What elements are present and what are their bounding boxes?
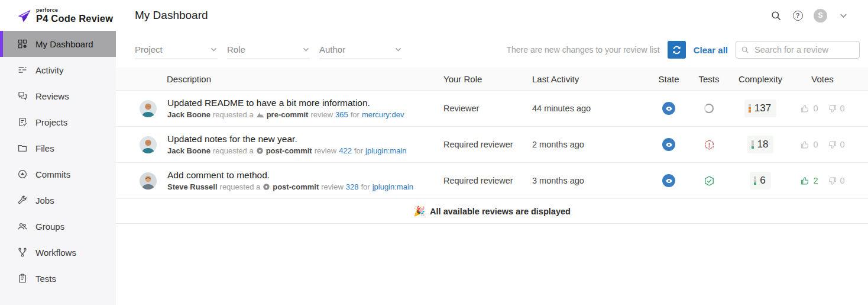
author-filter-label: Author [319,44,345,54]
review-title-link[interactable]: Updated notes for the new year. [167,134,406,145]
post-commit-icon [256,147,264,155]
requested-text: requested a [213,110,254,119]
complexity-badge: 18 [747,136,774,153]
state-cell [650,174,687,187]
description-text: Updated notes for the new year. Jack Boo… [167,134,406,155]
brand-name: P4 Code Review [36,14,113,24]
review-word: review [310,110,333,119]
sidebar-item-projects[interactable]: Projects [0,109,116,135]
sidebar-item-my-dashboard[interactable]: My Dashboard [0,31,116,57]
sidebar-item-label: Workflows [35,248,76,258]
review-id-link[interactable]: 328 [346,182,359,191]
header-votes: Votes [790,74,855,84]
review-search [736,41,860,59]
vote-up-count: 0 [813,140,818,149]
thumbs-up-icon [800,104,810,114]
sidebar: My Dashboard Activity Reviews Projects F… [0,31,116,305]
vote-up: 0 [800,104,818,114]
sidebar-item-commits[interactable]: Commits [0,161,116,187]
review-subline: Jack Boone requested a pre-commit review… [167,110,404,119]
jobs-icon [17,195,28,206]
sidebar-item-reviews[interactable]: Reviews [0,83,116,109]
state-cell [650,138,687,151]
vote-down: 0 [827,104,845,114]
sidebar-item-label: Activity [35,65,64,75]
description-text: Add comment to method. Steve Russell req… [167,170,413,191]
votes-cell: 2 0 [790,176,855,186]
review-author: Steve Russell [167,182,218,191]
topbar: perforce P4 Code Review My Dashboard ? S [0,0,868,31]
commit-type-label: post-commit [273,182,319,191]
review-id-link[interactable]: 365 [335,110,348,119]
complexity-badge: 137 [744,99,776,117]
help-icon[interactable]: ? [792,9,804,21]
sidebar-item-label: Projects [35,117,67,127]
sidebar-item-tests[interactable]: Tests [0,265,116,291]
chevron-down-icon [302,46,310,53]
chevron-down-icon [394,46,402,53]
commit-type-icon [263,183,270,191]
avatar [140,136,157,153]
sidebar-item-workflows[interactable]: Workflows [0,239,116,265]
needs-review-eye-icon [662,102,675,115]
sidebar-item-groups[interactable]: Groups [0,213,116,239]
votes-cell: 0 0 [790,104,855,114]
sidebar-item-label: Commits [35,169,70,179]
user-avatar[interactable]: S [814,9,827,23]
your-role-cell: Required reviewer [443,176,532,185]
complexity-badge: 6 [750,172,770,190]
complexity-cell: 137 [731,99,790,117]
state-cell [650,102,687,115]
clear-all-link[interactable]: Clear all [694,45,728,55]
tests-failed-icon [704,139,715,150]
requested-text: requested a [213,146,254,155]
project-filter-dropdown[interactable]: Project [135,44,218,59]
your-role-cell: Required reviewer [443,140,532,149]
complexity-value: 137 [754,102,771,114]
role-filter-dropdown[interactable]: Role [227,44,310,59]
review-title-link[interactable]: Add comment to method. [167,170,413,181]
review-id-link[interactable]: 422 [339,146,352,155]
refresh-button[interactable] [668,41,686,59]
complexity-meter-icon [752,140,754,149]
table-header-row: Description Your Role Last Activity Stat… [116,68,868,91]
brand-logo[interactable]: perforce P4 Code Review [0,7,116,24]
review-target-link[interactable]: mercury:dev [362,110,404,119]
vote-up: 0 [800,140,818,150]
sidebar-item-files[interactable]: Files [0,135,116,161]
complexity-value: 6 [760,175,765,187]
chevron-down-icon[interactable] [837,9,849,21]
table-row[interactable]: Updated notes for the new year. Jack Boo… [116,127,868,163]
tests-cell [687,175,731,187]
last-activity-cell: 3 months ago [532,176,650,185]
search-icon[interactable] [770,9,782,21]
activity-icon [17,65,28,75]
avatar [140,172,157,190]
sidebar-item-activity[interactable]: Activity [0,57,116,83]
vote-down-count: 0 [840,140,845,149]
review-title-link[interactable]: Updated README to have a bit more inform… [167,98,404,108]
needs-review-eye-icon [662,174,675,187]
review-target-link[interactable]: jplugin:main [373,182,413,191]
search-review-input[interactable] [736,41,860,59]
party-popper-icon: 🎉 [413,206,425,217]
header-your-role: Your Role [443,74,532,84]
tests-cell [687,139,731,150]
vote-down-count: 0 [840,176,845,185]
author-filter-dropdown[interactable]: Author [319,44,402,59]
complexity-meter-icon [749,104,751,113]
footer-message-text: All available reviews are displayed [430,207,571,216]
project-filter-label: Project [135,44,163,54]
new-changes-notice: There are new changes to your review lis… [507,45,660,54]
vote-up-count: 0 [813,104,818,113]
review-target-link[interactable]: jplugin:main [365,146,406,155]
description-cell: Updated notes for the new year. Jack Boo… [140,134,443,155]
description-cell: Updated README to have a bit more inform… [140,98,443,119]
sidebar-item-label: Tests [35,274,56,284]
table-row[interactable]: Updated README to have a bit more inform… [116,91,868,127]
table-row[interactable]: Add comment to method. Steve Russell req… [116,163,868,199]
sidebar-item-jobs[interactable]: Jobs [0,187,116,213]
description-text: Updated README to have a bit more inform… [167,98,404,119]
thumbs-up-icon [800,140,810,150]
review-list-controls: There are new changes to your review lis… [507,41,860,59]
